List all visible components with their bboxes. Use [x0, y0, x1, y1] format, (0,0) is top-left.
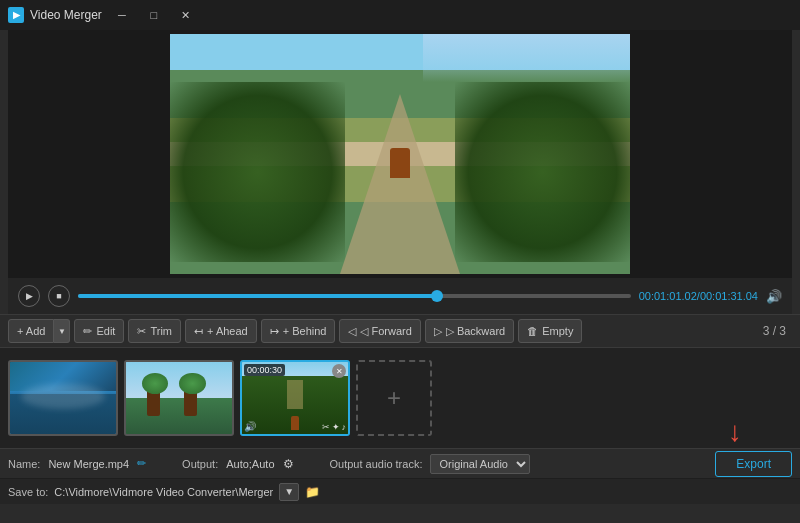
- clip-3-time-badge: 00:00:30: [244, 364, 285, 376]
- close-button[interactable]: ✕: [172, 5, 200, 25]
- edit-icon: ✏: [83, 325, 92, 338]
- stop-button[interactable]: ■: [48, 285, 70, 307]
- titlebar: ▶ Video Merger ─ □ ✕: [0, 0, 800, 30]
- park-path: [340, 94, 460, 274]
- name-value: New Merge.mp4: [48, 458, 129, 470]
- output-settings-icon[interactable]: ⚙: [283, 457, 294, 471]
- behind-icon: ↦: [270, 325, 279, 338]
- timeline[interactable]: 00:00:30 ✕ 🔊 ✂ ✦ ♪ +: [0, 348, 800, 448]
- save-bar: Save to: C:\Vidmore\Vidmore Video Conver…: [0, 478, 800, 504]
- video-thumbnail: [170, 34, 630, 274]
- clip-1-thumbnail: [10, 362, 116, 434]
- name-label: Name:: [8, 458, 40, 470]
- volume-button[interactable]: 🔊: [766, 289, 782, 304]
- backward-icon: ▷: [434, 325, 442, 338]
- save-label: Save to:: [8, 486, 48, 498]
- backward-button[interactable]: ▷ ▷ Backward: [425, 319, 514, 343]
- add-dropdown-button[interactable]: ▼: [54, 319, 70, 343]
- progress-track[interactable]: [78, 294, 631, 298]
- output-label: Output:: [182, 458, 218, 470]
- edit-label: Edit: [96, 325, 115, 337]
- empty-button[interactable]: 🗑 Empty: [518, 319, 582, 343]
- audio-track-select[interactable]: Original Audio: [430, 454, 530, 474]
- trash-icon: 🗑: [527, 325, 538, 337]
- behind-label: + Behind: [283, 325, 327, 337]
- clip-3[interactable]: 00:00:30 ✕ 🔊 ✂ ✦ ♪: [240, 360, 350, 436]
- trees-left: [170, 82, 345, 262]
- folder-browse-icon[interactable]: 📁: [305, 485, 320, 499]
- time-total: 00:01:31.04: [700, 290, 758, 302]
- toolbar: + Add ▼ ✏ Edit ✂ Trim ↤ + Ahead ↦ + Behi…: [0, 314, 800, 348]
- forward-button[interactable]: ◁ ◁ Forward: [339, 319, 420, 343]
- progress-fill: [78, 294, 437, 298]
- export-button[interactable]: Export: [715, 451, 792, 477]
- forward-label: ◁ Forward: [360, 325, 411, 338]
- forward-icon: ◁: [348, 325, 356, 338]
- monument: [390, 148, 410, 178]
- add-clip-button[interactable]: +: [356, 360, 432, 436]
- maximize-button[interactable]: □: [140, 5, 168, 25]
- time-display: 00:01:01.02/00:01:31.04: [639, 290, 758, 302]
- window-controls: ─ □ ✕: [108, 5, 200, 25]
- add-split-button: + Add ▼: [8, 319, 70, 343]
- clip-tool-cut[interactable]: ✂: [322, 422, 330, 432]
- edit-button[interactable]: ✏ Edit: [74, 319, 124, 343]
- video-preview-area: [8, 30, 792, 278]
- play-button[interactable]: ▶: [18, 285, 40, 307]
- output-value: Auto;Auto: [226, 458, 274, 470]
- minimize-button[interactable]: ─: [108, 5, 136, 25]
- trim-label: Trim: [150, 325, 172, 337]
- ahead-icon: ↤: [194, 325, 203, 338]
- skyline: [423, 34, 630, 82]
- time-current: 00:01:01.02: [639, 290, 697, 302]
- clip-2-thumbnail: [126, 362, 232, 434]
- save-path-dropdown[interactable]: ▼: [279, 483, 299, 501]
- clip-tool-music[interactable]: ♪: [342, 422, 347, 432]
- trim-button[interactable]: ✂ Trim: [128, 319, 181, 343]
- clip-3-tools: ✂ ✦ ♪: [322, 422, 347, 432]
- clip-tool-star[interactable]: ✦: [332, 422, 340, 432]
- trim-icon: ✂: [137, 325, 146, 338]
- clip-counter: 3 / 3: [763, 324, 792, 338]
- backward-label: ▷ Backward: [446, 325, 505, 338]
- clip-3-audio-icon: 🔊: [244, 421, 256, 432]
- play-icon: ▶: [26, 291, 33, 301]
- behind-button[interactable]: ↦ + Behind: [261, 319, 336, 343]
- app-icon: ▶: [8, 7, 24, 23]
- main-content: ▶ ■ 00:01:01.02/00:01:31.04 🔊 + Add ▼ ✏ …: [0, 30, 800, 504]
- trees-right: [455, 82, 630, 262]
- playback-bar: ▶ ■ 00:01:01.02/00:01:31.04 🔊: [8, 278, 792, 314]
- name-edit-icon[interactable]: ✏: [137, 457, 146, 470]
- empty-label: Empty: [542, 325, 573, 337]
- ahead-label: + Ahead: [207, 325, 248, 337]
- stop-icon: ■: [56, 291, 61, 301]
- clip-1[interactable]: [8, 360, 118, 436]
- add-button[interactable]: + Add: [8, 319, 54, 343]
- titlebar-title: Video Merger: [30, 8, 102, 22]
- clip-2[interactable]: [124, 360, 234, 436]
- ahead-button[interactable]: ↤ + Ahead: [185, 319, 257, 343]
- audio-track-label: Output audio track:: [330, 458, 423, 470]
- save-path: C:\Vidmore\Vidmore Video Converter\Merge…: [54, 486, 273, 498]
- bottom-bar: Name: New Merge.mp4 ✏ Output: Auto;Auto …: [0, 448, 800, 478]
- progress-thumb[interactable]: [431, 290, 443, 302]
- clip-3-close[interactable]: ✕: [332, 364, 346, 378]
- park-scene-bg: [170, 34, 630, 274]
